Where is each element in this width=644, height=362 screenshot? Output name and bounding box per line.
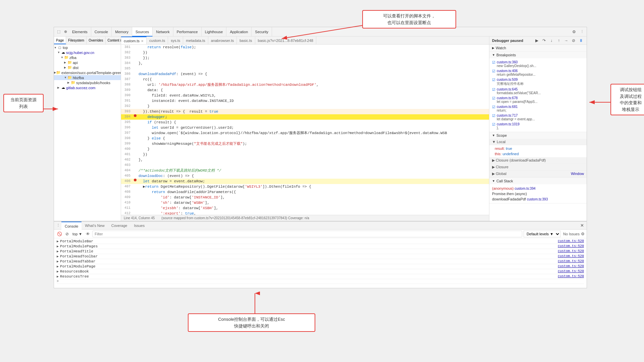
breakpoints-header[interactable]: ▼ Breakpoints xyxy=(489,52,587,58)
scope-global-header[interactable]: ▶ Global Window xyxy=(489,171,587,177)
tab-application[interactable]: Application xyxy=(226,27,252,37)
clear-console-icon[interactable]: 🚫 xyxy=(56,232,63,236)
settings-icon[interactable]: ⚙ xyxy=(570,29,579,34)
resume-btn[interactable]: ▶ xyxy=(534,38,540,44)
console-link[interactable]: custom.ts:520 xyxy=(558,244,584,248)
console-stop-icon[interactable]: ⊘ xyxy=(64,232,70,236)
bp-item[interactable]: ☑ custom.ts:681 return; xyxy=(492,104,584,113)
top-selector[interactable]: top ▼ xyxy=(71,232,84,236)
expand-arrow[interactable]: ▶ xyxy=(57,254,59,258)
tab-network[interactable]: Network xyxy=(153,27,173,37)
tab-memory[interactable]: Memory xyxy=(112,27,132,37)
console-eye-icon[interactable]: 👁 xyxy=(85,232,91,236)
callstack-header[interactable]: ▼ Call Stack xyxy=(489,178,587,184)
close-bottom-icon[interactable]: ✕ xyxy=(578,223,587,228)
scope-local-header[interactable]: ▼ Local xyxy=(489,139,587,145)
tree-item-dist[interactable]: ▶ 📁 dist xyxy=(54,65,121,70)
step-btn[interactable]: → xyxy=(563,38,569,44)
tree-item-top[interactable]: ▼ □ top xyxy=(54,45,121,50)
code-line: 404 /**activedoc文档下载及跳转后的WORD文档 */ xyxy=(121,168,489,173)
tab-sys-ts[interactable]: sys.ts xyxy=(168,37,183,45)
tree-item-zfba[interactable]: ▼ 📁 zfba xyxy=(54,55,121,60)
console-settings-icon[interactable]: ⚙ xyxy=(581,232,585,236)
tab-page[interactable]: Page xyxy=(54,37,66,44)
right-panel: Debugger paused ▶ ↷ ↓ ↑ → ⊘ ⏸ ▶ Watch xyxy=(489,37,587,221)
watch-header[interactable]: ▶ Watch xyxy=(489,45,587,51)
bp-item[interactable]: ☑ custom.ts:360 new GalleryDesktop().sh.… xyxy=(492,60,584,68)
tab-console-bottom[interactable]: Console xyxy=(61,222,82,230)
tree-item-gitlab[interactable]: ▶ ☁ gitlab.succez.com xyxy=(54,85,121,90)
console-link[interactable]: custom.ts:520 xyxy=(558,264,584,268)
devtools-icon[interactable]: ⬚ xyxy=(56,29,61,35)
tab-lighthouse[interactable]: Lighthouse xyxy=(202,27,227,37)
tab-console[interactable]: Console xyxy=(91,27,112,37)
console-link[interactable]: custom.ts:520 xyxy=(558,275,584,278)
expand-arrow[interactable]: ▶ xyxy=(57,264,59,268)
tab-anabrowser-ts[interactable]: anabrowser.ts xyxy=(208,37,237,45)
callstack-item[interactable]: Promise.then (async) xyxy=(492,191,584,196)
expand-arrow[interactable]: ▶ xyxy=(57,275,59,279)
bp-item[interactable]: ☑ custom.ts:509 完整地址控件名称 xyxy=(492,77,584,87)
tab-custom-ts-2[interactable]: custom.ts xyxy=(147,37,168,45)
tree-item-sysdata[interactable]: ▶ 📁 sysdata/public/hooks xyxy=(54,80,121,85)
tree-item-extension[interactable]: ▶ 📁 extension/succ-portalTemplate-greenb… xyxy=(54,70,121,75)
step-over-btn[interactable]: ↷ xyxy=(541,38,547,44)
scope-closure-header[interactable]: ▶ Closure (downloadFadadaPdf) xyxy=(489,157,587,164)
console-text: PortalModulePages xyxy=(60,244,558,248)
console-text: PortalModulePage xyxy=(60,264,558,268)
callstack-item[interactable]: downloadFadadaPdf custom.ts:393 xyxy=(492,196,584,202)
tab-basic-ts[interactable]: basic.ts xyxy=(237,37,255,45)
tab-metadata-ts[interactable]: metadata.ts xyxy=(183,37,208,45)
tree-item-api[interactable]: ▶ 📁 api xyxy=(54,60,121,65)
code-line: 395 if (result) { xyxy=(121,120,489,125)
bp-item[interactable]: ☑ custom.ts:645 formatdata.setValue("SEA… xyxy=(492,87,584,96)
tab-security[interactable]: Security xyxy=(252,27,272,37)
bp-code: new GalleryDesktop().sh... xyxy=(497,64,536,68)
code-editor[interactable]: 381 return resolve(false); 382 }) 383 })… xyxy=(121,45,489,215)
code-line: 386 downloadFadadaPdf: (event) => { xyxy=(121,71,489,77)
tab-close-icon[interactable]: ✕ xyxy=(141,39,144,43)
bp-item[interactable]: ☑ custom.ts:1019 }, xyxy=(492,122,584,130)
bp-item[interactable]: ☑ custom.ts:717 let datamgr = event.app.… xyxy=(492,113,584,122)
console-link[interactable]: custom.ts:520 xyxy=(558,254,584,258)
tab-basic-js[interactable]: basic.js?v=2021...8-87eb81cf-248 xyxy=(255,37,316,45)
tab-custom-ts-active[interactable]: custom.ts ✕ xyxy=(121,37,147,45)
bp-item[interactable]: ☑ custom.ts:406 return getMetaRepositor.… xyxy=(492,68,584,77)
step-out-btn[interactable]: ↑ xyxy=(556,38,562,44)
console-filter-input[interactable] xyxy=(92,231,522,237)
step-into-btn[interactable]: ↓ xyxy=(548,38,554,44)
tab-elements[interactable]: Elements xyxy=(69,27,91,37)
console-text: ResourcesBook xyxy=(60,269,558,274)
tree-label: scjg.hubei.gov.cn xyxy=(66,51,94,55)
tab-coverage[interactable]: Coverage xyxy=(108,222,131,230)
expand-arrow[interactable]: ▶ xyxy=(57,269,59,274)
more-icon[interactable]: ⋮ xyxy=(579,29,585,35)
code-line: 396 let userId = getCurrentUser().userId… xyxy=(121,125,489,130)
tab-sources[interactable]: Sources xyxy=(132,27,153,37)
console-link[interactable]: custom.ts:520 xyxy=(558,259,584,263)
console-link[interactable]: custom.ts:520 xyxy=(558,269,584,273)
tab-issues[interactable]: Issues xyxy=(130,222,148,230)
inspect-icon[interactable]: ⊕ xyxy=(63,29,68,35)
scope-closure2-header[interactable]: ▶ Closure xyxy=(489,164,587,171)
expand-arrow[interactable]: ▶ xyxy=(57,244,59,248)
bp-code: return; xyxy=(497,109,518,112)
expand-arrow[interactable]: ▶ xyxy=(57,249,59,253)
tree-item-scjg[interactable]: ▼ ☁ scjg.hubei.gov.cn xyxy=(54,50,121,55)
tab-whatsnew[interactable]: What's New xyxy=(82,222,108,230)
console-level-select[interactable]: Default levels ▼ xyxy=(524,231,560,237)
tab-performance[interactable]: Performance xyxy=(173,27,202,37)
console-link[interactable]: custom.ts:520 xyxy=(558,239,584,243)
pause-on-exception-btn[interactable]: ⏸ xyxy=(578,38,584,44)
tree-item-hbzfba[interactable]: ▼ 📁 hbzfba xyxy=(54,75,121,80)
expand-arrow[interactable]: > xyxy=(57,280,59,283)
expand-arrow[interactable]: ▶ xyxy=(57,239,59,243)
console-link[interactable]: custom.ts:520 xyxy=(558,249,584,253)
bp-item[interactable]: ☑ custom.ts:678 let open = params[FAppS.… xyxy=(492,96,584,104)
tab-overrides[interactable]: Overrides xyxy=(87,37,105,44)
callstack-item[interactable]: (anonymous) custom.ts:394 xyxy=(492,186,584,191)
expand-arrow[interactable]: ▶ xyxy=(57,259,59,263)
tab-filesystem[interactable]: Filesystem xyxy=(66,37,87,44)
scope-header[interactable]: ▼ Scope xyxy=(489,132,587,139)
deactivate-btn[interactable]: ⊘ xyxy=(571,38,577,44)
